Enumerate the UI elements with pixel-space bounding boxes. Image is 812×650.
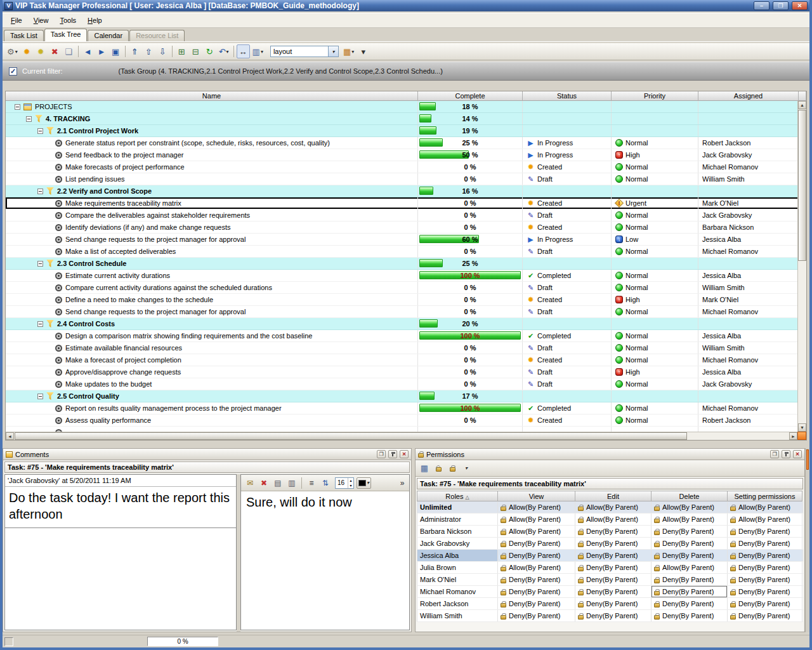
move-up-button[interactable]: ⇧ (142, 44, 155, 58)
task-row[interactable]: 2.3 Control Schedule25 % (6, 258, 806, 270)
maximize-button[interactable] (773, 1, 789, 10)
column-header-name[interactable]: Name (6, 91, 418, 101)
task-row[interactable]: Make updates to the budget0 %DraftNormal… (6, 378, 806, 390)
vertical-scrollbar[interactable] (797, 101, 806, 432)
task-row[interactable]: PROJECTS18 % (6, 101, 806, 113)
title-bar[interactable]: VIP Task Manager Professional [ User: Je… (3, 0, 809, 11)
view-menu-button[interactable]: ▦ (341, 44, 356, 58)
task-row[interactable]: Assess quality performance0 %CreatedNorm… (6, 415, 806, 427)
layout-combo-dropdown[interactable] (329, 46, 339, 57)
menu-file[interactable]: File (5, 15, 28, 26)
lock-button[interactable] (446, 462, 459, 475)
column-chooser-button[interactable]: ▥ (251, 44, 265, 58)
close-button[interactable] (792, 1, 808, 10)
collapse-expander-icon[interactable] (26, 116, 32, 122)
layout-combo-value[interactable]: layout (270, 46, 329, 57)
new-task-button[interactable]: ✹ (20, 44, 34, 58)
collapse-expander-icon[interactable] (37, 189, 43, 194)
task-row[interactable]: Identify deviations (if any) and make ch… (6, 222, 806, 234)
collapse-all-button[interactable]: ⊟ (189, 44, 202, 58)
task-row[interactable]: Design a comparison matrix showing findi… (6, 330, 806, 342)
permission-grid-button[interactable] (418, 462, 431, 475)
delete-comment-button[interactable] (258, 477, 270, 489)
task-row[interactable]: Compare the deliverables against stakeho… (6, 209, 806, 222)
collapse-expander-icon[interactable] (37, 261, 43, 267)
comment-reply-editor[interactable]: Sure, will do it now (241, 491, 409, 630)
scroll-right-icon[interactable] (789, 432, 797, 440)
column-header-priority[interactable]: Priority (612, 91, 698, 101)
task-row[interactable]: 2.5 Control Quality17 % (6, 390, 806, 402)
permission-row[interactable]: Julia BrownAllow(By Parent)Deny(By Paren… (417, 562, 803, 574)
column-header-view[interactable]: View (498, 491, 575, 501)
tab-task-tree[interactable]: Task Tree (44, 29, 88, 41)
layout-combo[interactable]: layout (270, 46, 339, 57)
permissions-menu-button[interactable] (460, 462, 473, 475)
toolbar-customize-button[interactable]: ▾ (357, 44, 370, 58)
move-down-button[interactable]: ⇩ (156, 44, 169, 58)
column-header-status[interactable]: Status (523, 91, 612, 101)
task-row[interactable]: 2.1 Control Project Work19 % (6, 125, 806, 137)
spin-up-icon[interactable] (348, 478, 353, 483)
outdent-task-button[interactable]: ◄ (81, 44, 95, 58)
column-header-roles[interactable]: Roles (417, 491, 498, 501)
collapse-expander-icon[interactable] (37, 128, 43, 134)
right-scroll-thumb[interactable] (806, 449, 809, 470)
filter-checkbox[interactable] (9, 67, 17, 76)
pin-panel-button[interactable] (388, 450, 397, 458)
scroll-down-icon[interactable] (798, 423, 806, 432)
task-row[interactable]: Report on results quality management pro… (6, 402, 806, 415)
permission-row[interactable]: Jessica AlbaDeny(By Parent)Deny(By Paren… (417, 550, 803, 562)
menu-view[interactable]: View (28, 15, 55, 26)
restore-panel-button[interactable] (377, 450, 386, 458)
permission-row[interactable]: William SmithDeny(By Parent)Deny(By Pare… (417, 610, 803, 622)
permission-row[interactable]: Barbara NicksonAllow(By Parent)Deny(By P… (417, 526, 803, 538)
line-spacing-button[interactable] (319, 477, 332, 489)
spin-down-icon[interactable] (348, 483, 353, 488)
collapse-expander-icon[interactable] (37, 321, 43, 327)
task-row[interactable]: Send change requests to the project mana… (6, 234, 806, 246)
column-header-setting-permissions[interactable]: Setting permissions (728, 491, 802, 501)
duplicate-task-button[interactable]: ❏ (62, 44, 75, 58)
expand-all-button[interactable]: ⊞ (175, 44, 188, 58)
indent-task-button[interactable]: ► (95, 44, 108, 58)
font-size-spinner[interactable] (348, 478, 353, 488)
task-row[interactable]: Make forecasts of project performance0 %… (6, 161, 806, 173)
restore-panel-button[interactable] (770, 450, 779, 458)
horizontal-scroll-thumb[interactable] (15, 432, 687, 440)
refresh-button[interactable]: ↻ (203, 44, 216, 58)
scroll-left-icon[interactable] (6, 432, 14, 440)
comments-list[interactable]: 'Jack Grabovsky' at 5/20/2011 11:19 AM D… (4, 474, 237, 630)
task-row[interactable]: Approve/disapprove change requests0 %Dra… (6, 366, 806, 378)
align-button[interactable] (305, 477, 318, 489)
collapse-expander-icon[interactable] (15, 104, 20, 110)
collapse-expander-icon[interactable] (37, 394, 43, 399)
menu-help[interactable]: Help (82, 15, 108, 26)
font-size-input[interactable]: 16 (335, 477, 354, 489)
task-options-button[interactable]: ⚙ (5, 44, 20, 58)
task-row[interactable]: Compare current activity durations again… (6, 282, 806, 294)
minimize-button[interactable] (754, 1, 769, 10)
send-comment-button[interactable] (244, 477, 256, 489)
right-scrollbar[interactable] (805, 448, 809, 632)
print-preview-button[interactable] (285, 477, 298, 489)
print-button[interactable] (272, 477, 284, 489)
tab-task-list[interactable]: Task List (4, 30, 44, 41)
task-row[interactable]: 2.2 Verify and Control Scope16 % (6, 185, 806, 197)
pin-panel-button[interactable] (782, 450, 790, 458)
tab-calendar[interactable]: Calendar (88, 30, 129, 41)
task-row[interactable]: Make a list of accepted deliverables0 %D… (6, 246, 806, 258)
permission-row[interactable]: Mark O'NielDeny(By Parent)Deny(By Parent… (417, 574, 803, 586)
toolbar-overflow-button[interactable] (398, 479, 407, 488)
move-top-button[interactable]: ⇑ (128, 44, 141, 58)
column-header-complete[interactable]: Complete (418, 91, 523, 101)
horizontal-scrollbar[interactable] (6, 432, 797, 440)
close-panel-button[interactable] (400, 450, 409, 458)
permission-row[interactable]: UnlimitedAllow(By Parent)Allow(By Parent… (417, 501, 803, 514)
new-subtask-button[interactable]: ✹ (34, 44, 48, 58)
task-row[interactable]: Make requirements traceability matrix0 %… (6, 197, 806, 209)
undo-button[interactable]: ↶ (217, 44, 231, 58)
task-row[interactable]: Make a forecast of project completion0 %… (6, 354, 806, 366)
task-row[interactable]: Define a need to make changes to the sch… (6, 294, 806, 306)
task-row[interactable]: Generate status report per constraint (s… (6, 137, 806, 149)
delete-task-button[interactable]: ✖ (48, 44, 62, 58)
